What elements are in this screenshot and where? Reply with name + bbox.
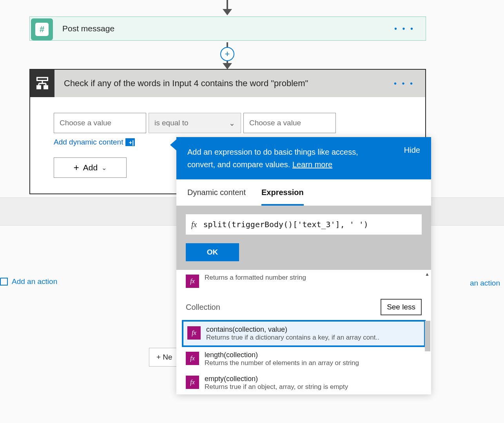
card-menu-button[interactable]: • • • xyxy=(394,24,415,33)
function-list: ▲ fx Returns a formatted number string C… xyxy=(176,270,431,394)
function-desc: Returns the number of elements in an arr… xyxy=(205,359,359,367)
function-item[interactable]: fx Returns a formatted number string xyxy=(176,270,431,292)
fx-badge-icon: fx xyxy=(186,352,199,365)
action-icon xyxy=(0,278,8,286)
svg-rect-6 xyxy=(44,86,48,89)
learn-more-link[interactable]: Learn more xyxy=(292,160,332,169)
hash-icon: # xyxy=(35,23,49,36)
function-name: length(collection) xyxy=(205,351,359,359)
chevron-down-icon: ⌄ xyxy=(102,164,107,172)
function-name: empty(collection) xyxy=(205,375,348,383)
expression-popup: Add an expression to do basic things lik… xyxy=(176,137,431,394)
plus-icon: +| xyxy=(125,138,135,146)
operator-label: is equal to xyxy=(154,119,189,127)
condition-title: Check if any of the words in Input 4 con… xyxy=(64,78,308,89)
function-item-length[interactable]: fx length(collection) Returns the number… xyxy=(176,347,431,371)
scroll-up-icon[interactable]: ▲ xyxy=(425,271,430,277)
function-desc: Returns a formatted number string xyxy=(205,274,306,282)
function-item-contains[interactable]: fx contains(collection, value) Returns t… xyxy=(182,320,426,347)
fx-badge-icon: fx xyxy=(186,275,199,288)
condition-header[interactable]: Check if any of the words in Input 4 con… xyxy=(30,70,425,97)
card-title: Post message xyxy=(62,24,114,33)
popup-caret xyxy=(170,139,176,150)
tab-dynamic-content[interactable]: Dynamic content xyxy=(187,188,246,206)
ok-button[interactable]: OK xyxy=(186,243,239,261)
add-action-link-right[interactable]: an action xyxy=(470,279,500,287)
add-action-link[interactable]: Add an action xyxy=(0,277,57,286)
add-condition-row-button[interactable]: + Add ⌄ xyxy=(54,157,127,178)
function-desc: Returns true if a dictionary contains a … xyxy=(206,334,379,342)
popup-description: Add an expression to do basic things lik… xyxy=(187,146,387,171)
fx-icon: fx xyxy=(191,220,197,229)
condition-left-input[interactable]: Choose a value xyxy=(54,113,146,133)
function-name: contains(collection, value) xyxy=(206,325,379,334)
svg-rect-5 xyxy=(37,86,41,89)
post-message-card[interactable]: # Post message • • • xyxy=(29,16,426,41)
condition-operator-select[interactable]: is equal to ⌄ xyxy=(149,113,241,133)
chevron-down-icon: ⌄ xyxy=(229,119,235,128)
fx-badge-icon: fx xyxy=(186,376,199,389)
scrollbar-thumb[interactable] xyxy=(425,321,430,351)
condition-icon xyxy=(30,70,54,97)
function-desc: Returns true if an object, array, or str… xyxy=(205,383,348,391)
plus-icon: + xyxy=(74,162,79,173)
connector-arrow xyxy=(227,0,228,10)
section-title: Collection xyxy=(186,303,220,312)
card-menu-button[interactable]: • • • xyxy=(394,79,414,88)
expression-code: split(triggerBody()['text_3'], ' ') xyxy=(203,220,368,229)
slack-icon: # xyxy=(31,18,53,40)
add-step-button[interactable]: + xyxy=(220,47,234,61)
fx-badge-icon: fx xyxy=(187,326,201,340)
see-less-button[interactable]: See less xyxy=(381,299,422,315)
expression-input[interactable]: fx split(triggerBody()['text_3'], ' ') xyxy=(186,214,422,235)
tab-expression[interactable]: Expression xyxy=(261,188,304,206)
svg-rect-0 xyxy=(37,78,48,81)
condition-right-input[interactable]: Choose a value xyxy=(243,113,336,133)
hide-button[interactable]: Hide xyxy=(404,146,420,155)
function-item-empty[interactable]: fx empty(collection) Returns true if an … xyxy=(176,371,431,394)
